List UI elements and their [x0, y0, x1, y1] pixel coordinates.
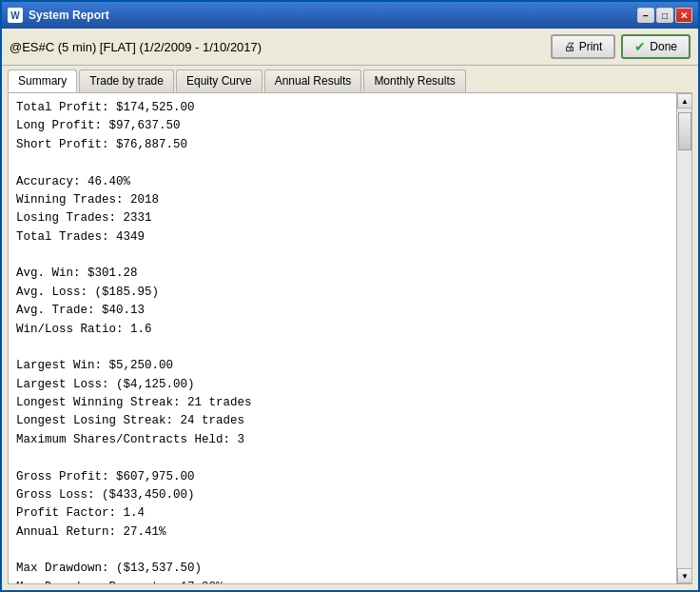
summary-text[interactable]: Total Profit: $174,525.00 Long Profit: $… [9, 93, 676, 583]
done-label: Done [650, 40, 677, 53]
title-bar: W System Report − □ ✕ [2, 2, 698, 29]
scrollbar: ▲ ▼ [676, 93, 691, 583]
print-label: Print [579, 40, 603, 53]
toolbar-buttons: 🖨 Print ✔ Done [551, 34, 690, 59]
content-area: Total Profit: $174,525.00 Long Profit: $… [8, 92, 692, 584]
scroll-down-button[interactable]: ▼ [677, 568, 692, 583]
print-button[interactable]: 🖨 Print [551, 34, 616, 59]
scroll-track[interactable] [677, 109, 691, 568]
done-button[interactable]: ✔ Done [621, 34, 690, 59]
minimize-button[interactable]: − [637, 8, 654, 23]
tabs-bar: Summary Trade by trade Equity Curve Annu… [2, 66, 698, 92]
tab-trade-by-trade[interactable]: Trade by trade [79, 69, 174, 92]
window-title: System Report [29, 9, 632, 22]
instrument-label: @ES#C (5 min) [FLAT] (1/2/2009 - 1/10/20… [10, 40, 262, 54]
main-window: W System Report − □ ✕ @ES#C (5 min) [FLA… [0, 0, 700, 592]
tab-monthly-results[interactable]: Monthly Results [363, 69, 465, 92]
close-button[interactable]: ✕ [675, 8, 692, 23]
scroll-up-button[interactable]: ▲ [677, 93, 692, 109]
check-icon: ✔ [634, 39, 646, 54]
app-icon: W [8, 8, 23, 23]
tab-annual-results[interactable]: Annual Results [264, 69, 362, 92]
toolbar: @ES#C (5 min) [FLAT] (1/2/2009 - 1/10/20… [2, 29, 698, 66]
printer-icon: 🖨 [564, 40, 575, 53]
window-controls: − □ ✕ [637, 8, 692, 23]
tab-summary[interactable]: Summary [8, 69, 77, 92]
tab-equity-curve[interactable]: Equity Curve [176, 69, 262, 92]
maximize-button[interactable]: □ [656, 8, 673, 23]
scroll-thumb[interactable] [678, 112, 691, 150]
